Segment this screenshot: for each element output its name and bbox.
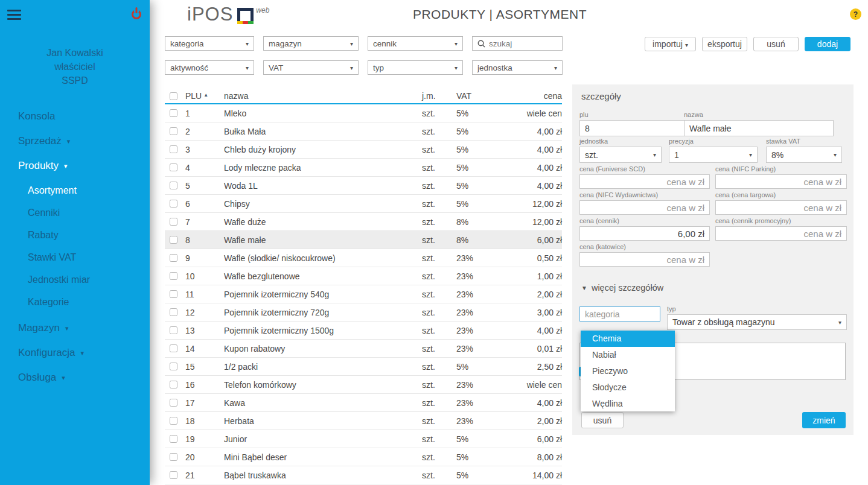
sidebar-item-rabaty[interactable]: Rabaty — [0, 224, 150, 246]
vat-select[interactable]: 8%▾ — [766, 147, 842, 163]
row-checkbox[interactable] — [170, 218, 177, 226]
price-input[interactable] — [579, 226, 710, 241]
header-price[interactable]: cena — [494, 91, 562, 101]
row-checkbox[interactable] — [170, 145, 177, 153]
table-row[interactable]: 4Lody mleczne packaszt.5%4,00 zł — [165, 159, 562, 177]
help-icon[interactable]: ? — [850, 8, 861, 20]
type-select[interactable]: Towar z obsługą magazynu▾ — [667, 314, 847, 330]
delete-button[interactable]: usuń — [753, 37, 799, 51]
filter-magazyn[interactable]: magazyn▾ — [263, 36, 359, 51]
row-checkbox[interactable] — [170, 127, 177, 135]
row-checkbox[interactable] — [170, 363, 177, 370]
header-name[interactable]: nazwa — [220, 91, 413, 101]
price-input[interactable] — [715, 226, 847, 241]
header-vat[interactable]: VAT — [447, 91, 494, 101]
row-checkbox[interactable] — [170, 163, 177, 171]
category-option[interactable]: Słodycze — [581, 379, 675, 395]
search-filter[interactable] — [472, 36, 563, 51]
filter-typ[interactable]: typ▾ — [368, 60, 463, 75]
table-row[interactable]: 16Telefon komórkowyszt.23%wiele cen — [165, 376, 562, 394]
cell-plu: 17 — [182, 398, 220, 408]
table-row[interactable]: 19Juniorszt.5%6,00 zł — [165, 430, 562, 448]
search-input[interactable] — [489, 39, 596, 48]
table-row[interactable]: 2Bułka Małaszt.5%4,00 zł — [165, 122, 562, 141]
price-input[interactable] — [579, 174, 710, 189]
table-row[interactable]: 3Chleb duży krojonyszt.5%4,00 zł — [165, 141, 562, 159]
row-checkbox[interactable] — [170, 399, 177, 407]
table-row[interactable]: 21Bąbel truskawkaszt.5%14,00 zł — [165, 466, 562, 484]
table-row[interactable]: 18Herbataszt.23%2,00 zł — [165, 412, 562, 430]
filter-aktywność[interactable]: aktywność▾ — [165, 60, 254, 75]
unit-select[interactable]: szt.▾ — [579, 147, 662, 163]
row-checkbox[interactable] — [170, 344, 177, 352]
sidebar-item-sprzedaż[interactable]: Sprzedaż▾ — [0, 128, 150, 153]
table-row[interactable]: 5Woda 1Lszt.5%4,00 zł — [165, 177, 562, 195]
category-option[interactable]: Chemia — [581, 331, 675, 347]
row-checkbox[interactable] — [170, 290, 177, 298]
table-row[interactable]: 20Mini Bąbel deserszt.5%8,00 zł — [165, 448, 562, 466]
export-button[interactable]: eksportuj — [702, 37, 747, 51]
row-checkbox[interactable] — [170, 254, 177, 262]
price-input[interactable] — [715, 200, 847, 215]
table-row[interactable]: 151/2 packiszt.5%2,50 zł — [165, 358, 562, 376]
table-row[interactable]: 7Wafle dużeszt.8%12,00 zł — [165, 213, 562, 231]
row-checkbox[interactable] — [170, 109, 177, 117]
table-row[interactable]: 14Kupon rabatowyszt.23%0,01 zł — [165, 340, 562, 358]
table-row[interactable]: 8Wafle małeszt.8%6,00 zł — [165, 231, 562, 249]
sidebar-item-cenniki[interactable]: Cenniki — [0, 201, 150, 224]
sidebar-item-asortyment[interactable]: Asortyment — [0, 179, 150, 201]
sidebar-item-stawki-vat[interactable]: Stawki VAT — [0, 246, 150, 268]
table-row[interactable]: 17Kawaszt.23%4,00 zł — [165, 394, 562, 412]
table-row[interactable]: 1Mlekoszt.5%wiele cen — [165, 104, 562, 122]
price-input[interactable] — [715, 174, 847, 189]
filter-vat[interactable]: VAT▾ — [263, 60, 359, 75]
row-checkbox[interactable] — [170, 308, 177, 316]
category-input[interactable] — [579, 306, 660, 322]
table-row[interactable]: 13Pojemnik izotermiczny 1500gszt.23%4,00… — [165, 322, 562, 340]
filter-jednostka[interactable]: jednostka▾ — [472, 60, 563, 75]
row-checkbox[interactable] — [170, 417, 177, 425]
row-checkbox[interactable] — [170, 381, 177, 388]
details-delete-button[interactable]: usuń — [581, 412, 624, 428]
filter-cennik[interactable]: cennik▾ — [368, 36, 463, 51]
sidebar-item-kategorie[interactable]: Kategorie — [0, 291, 150, 313]
select-all-checkbox[interactable] — [170, 92, 177, 100]
header-unit[interactable]: j.m. — [413, 91, 447, 101]
row-checkbox[interactable] — [170, 326, 177, 334]
sidebar-item-obsługa[interactable]: Obsługa▾ — [0, 365, 150, 390]
table-row[interactable]: 12Pojemnik izotermiczny 720gszt.23%3,00 … — [165, 303, 562, 322]
power-icon[interactable] — [132, 10, 141, 19]
sidebar-item-produkty[interactable]: Produkty▾ — [0, 153, 150, 178]
row-checkbox[interactable] — [170, 272, 177, 280]
category-option[interactable]: Nabiał — [581, 347, 675, 363]
row-checkbox[interactable] — [170, 435, 177, 443]
menu-icon[interactable] — [7, 10, 21, 21]
table-row[interactable]: 10Wafle bezglutenoweszt.23%1,00 zł — [165, 267, 562, 285]
row-checkbox[interactable] — [170, 236, 177, 244]
row-checkbox[interactable] — [170, 471, 177, 479]
category-option[interactable]: Pieczywo — [581, 363, 675, 379]
details-save-button[interactable]: zmień — [802, 412, 846, 428]
price-input[interactable] — [579, 200, 710, 215]
import-button[interactable]: importuj▾ — [645, 37, 696, 51]
row-checkbox[interactable] — [170, 453, 177, 461]
row-checkbox[interactable] — [170, 200, 177, 208]
table-row[interactable]: 11Pojemnik izotermiczny 540gszt.23%2,00 … — [165, 285, 562, 303]
add-button[interactable]: dodaj — [805, 37, 850, 51]
sidebar-item-konfiguracja[interactable]: Konfiguracja▾ — [0, 340, 150, 365]
header-plu[interactable]: PLU▲ — [182, 91, 220, 101]
price-input[interactable] — [579, 252, 710, 267]
sidebar-item-konsola[interactable]: Konsola — [0, 104, 150, 128]
cell-name: Mini Bąbel deser — [220, 452, 413, 462]
row-checkbox[interactable] — [170, 182, 177, 189]
name-input[interactable] — [684, 120, 834, 136]
sidebar-item-magazyn[interactable]: Magazyn▾ — [0, 315, 150, 340]
filter-kategoria[interactable]: kategoria▾ — [165, 36, 254, 51]
more-details-toggle[interactable]: ▼więcej szczegółów — [581, 283, 663, 293]
sidebar-item-jednostki-miar[interactable]: Jednostki miar — [0, 268, 150, 291]
table-row[interactable]: 6Chipsyszt.5%12,00 zł — [165, 195, 562, 213]
chevron-down-icon: ▾ — [685, 42, 688, 48]
table-row[interactable]: 9Wafle (słodkie/ niskocukrowe)szt.23%0,5… — [165, 249, 562, 267]
category-option[interactable]: Wędlina — [581, 395, 675, 411]
precision-select[interactable]: 1▾ — [669, 147, 758, 163]
